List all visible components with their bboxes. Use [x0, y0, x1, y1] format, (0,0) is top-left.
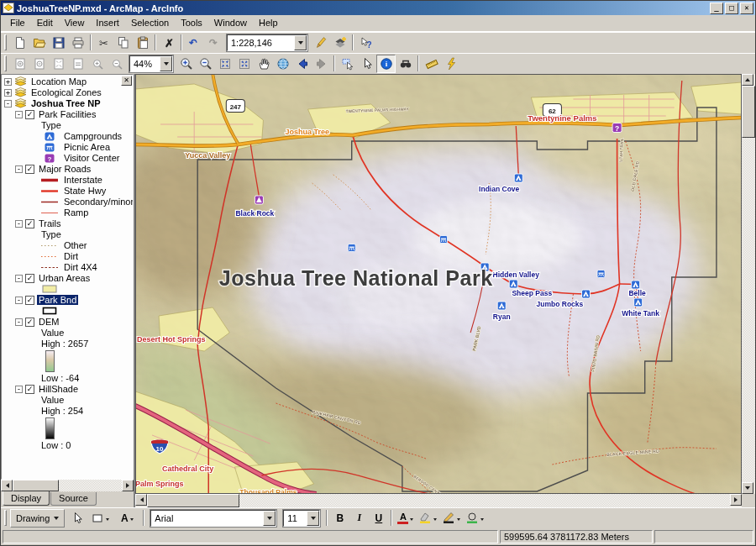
scroll-right-icon[interactable] — [730, 494, 742, 506]
expander-icon[interactable]: - — [15, 318, 23, 326]
layer-visibility-checkbox[interactable]: ✓ — [25, 165, 34, 174]
toolbar-grip[interactable] — [4, 34, 7, 50]
scroll-down-icon[interactable] — [742, 482, 753, 494]
lzin-button[interactable] — [10, 55, 29, 73]
toc-layer[interactable]: -✓Major Roads — [2, 164, 133, 175]
layer-visibility-checkbox[interactable]: ✓ — [25, 318, 34, 327]
marker-color-button[interactable] — [463, 509, 486, 528]
new-button[interactable] — [10, 34, 29, 52]
back-button[interactable] — [292, 55, 312, 73]
toc-item-label[interactable]: Dirt 4X4 — [62, 262, 99, 272]
fixedzoomout-button[interactable] — [234, 55, 254, 73]
scrollbar-thumb[interactable] — [13, 480, 59, 491]
picnic-swatch[interactable] — [39, 143, 60, 152]
minimize-button[interactable]: _ — [710, 3, 723, 14]
expander-icon[interactable]: - — [15, 165, 23, 173]
toc-symbol[interactable] — [2, 306, 133, 317]
line-state-swatch[interactable] — [39, 187, 60, 195]
layer-visibility-checkbox[interactable]: ✓ — [25, 219, 34, 228]
shape-tool-button[interactable] — [87, 509, 113, 528]
toc-item-label[interactable]: Joshua Tree NP — [29, 98, 102, 108]
toc-layer[interactable]: -✓Trails — [2, 218, 133, 229]
toc-item-label[interactable]: Interstate — [62, 175, 104, 185]
toc-item-label[interactable]: Major Roads — [37, 164, 92, 174]
line-ramp-swatch[interactable] — [39, 209, 60, 217]
dash-dirt4x4-swatch[interactable] — [39, 264, 60, 271]
selectfeat-button[interactable] — [338, 55, 357, 73]
ramp-dem-swatch[interactable] — [39, 350, 60, 372]
toolbar-grip[interactable] — [4, 55, 7, 71]
tab-source[interactable]: Source — [50, 492, 97, 506]
toc-item-label[interactable]: Park Bnd — [37, 295, 78, 305]
layer-visibility-checkbox[interactable]: ✓ — [25, 385, 34, 394]
help-button[interactable]: ? — [356, 34, 375, 52]
toc-dataframe[interactable]: +Location Map — [2, 76, 133, 87]
expander-icon[interactable]: - — [15, 297, 23, 304]
zoom-percent-combobox[interactable]: 44% — [129, 55, 173, 72]
drawing-menu-button[interactable]: Drawing — [10, 509, 65, 528]
toc-item-label[interactable]: Other — [62, 240, 89, 250]
font-size-combobox[interactable]: 11 — [283, 510, 320, 527]
toc-symbol[interactable] — [2, 284, 133, 295]
layer-visibility-checkbox[interactable]: ✓ — [25, 110, 34, 119]
paste-button[interactable] — [133, 34, 152, 52]
zoomin-button[interactable] — [176, 55, 196, 73]
layer-visibility-checkbox[interactable]: ✓ — [25, 296, 34, 305]
expander-icon[interactable]: - — [15, 111, 23, 118]
map-canvas[interactable]: TWENTYNINE PALMS HIGHWAYPARK BLVDPINTO B… — [135, 74, 742, 494]
toc-dataframe[interactable]: +Ecological Zones — [2, 87, 133, 98]
toc-symbol[interactable] — [2, 417, 133, 440]
expander-icon[interactable]: + — [4, 78, 12, 86]
print-button[interactable] — [68, 34, 87, 52]
toc-dataframe[interactable]: -Joshua Tree NP — [2, 98, 133, 109]
dropdown-arrow-icon[interactable] — [307, 511, 319, 526]
fixedzoomin-button[interactable] — [215, 55, 234, 73]
toc-symbol[interactable]: Picnic Area — [2, 142, 133, 153]
lzfixin-button[interactable] — [87, 55, 107, 73]
map-vertical-scrollbar[interactable] — [742, 74, 755, 494]
line-secondary-swatch[interactable] — [39, 198, 60, 206]
find-button[interactable] — [396, 55, 415, 73]
map-horizontal-scrollbar[interactable] — [135, 494, 742, 507]
toc-item-label[interactable]: Visitor Center — [62, 153, 121, 163]
toc-item-label[interactable]: Ecological Zones — [29, 87, 103, 97]
scroll-right-icon[interactable] — [122, 480, 134, 491]
toc-symbol[interactable]: ?Visitor Center — [2, 153, 133, 164]
toc-symbol[interactable]: State Hwy — [2, 186, 133, 197]
delete-button[interactable]: ✗ — [159, 34, 178, 52]
cut-button[interactable]: ✂ — [94, 34, 113, 52]
toc-item-label[interactable]: Park Facilities — [37, 109, 97, 119]
toc-item-label[interactable]: Location Map — [29, 76, 88, 87]
ramp-hillshade-swatch[interactable] — [39, 417, 60, 439]
toc-item-label[interactable]: DEM — [37, 317, 60, 327]
text-tool-button[interactable]: A — [113, 509, 140, 528]
maximize-button[interactable]: □ — [725, 3, 738, 14]
toc-symbol[interactable] — [2, 349, 133, 373]
bold-button[interactable]: B — [330, 509, 349, 528]
toc-item-label[interactable]: HillShade — [37, 384, 80, 394]
lzfull-button[interactable] — [49, 55, 68, 73]
toc-symbol[interactable]: Other — [2, 240, 133, 251]
menu-edit[interactable]: Edit — [31, 16, 59, 29]
dash-dirt-swatch[interactable] — [39, 253, 60, 260]
lzout-button[interactable] — [29, 55, 49, 73]
fill-hollow-swatch[interactable] — [39, 307, 60, 315]
font-combobox[interactable]: Arial — [150, 510, 276, 527]
pencil-button[interactable] — [311, 34, 330, 52]
dash-other-swatch[interactable] — [39, 242, 60, 249]
toc-symbol[interactable]: Secondary/minor road — [2, 197, 133, 207]
expander-icon[interactable]: - — [4, 100, 12, 108]
tab-display[interactable]: Display — [3, 491, 50, 506]
map-view[interactable]: TWENTYNINE PALMS HIGHWAYPARK BLVDPINTO B… — [135, 74, 742, 494]
identify-button[interactable]: i — [376, 55, 396, 73]
toc-layer[interactable]: -✓Park Facilities — [2, 109, 133, 120]
lzfixout-button[interactable] — [107, 55, 126, 73]
toc-item-label[interactable]: State Hwy — [62, 186, 108, 196]
scroll-left-icon[interactable] — [1, 480, 13, 491]
menu-selection[interactable]: Selection — [125, 16, 175, 29]
expander-icon[interactable]: - — [15, 220, 23, 228]
menu-view[interactable]: View — [59, 16, 91, 29]
toc-item-label[interactable]: Picnic Area — [62, 142, 112, 152]
toc-symbol[interactable]: Ramp — [2, 207, 133, 218]
toc-close-button[interactable]: ✕ — [121, 76, 132, 86]
